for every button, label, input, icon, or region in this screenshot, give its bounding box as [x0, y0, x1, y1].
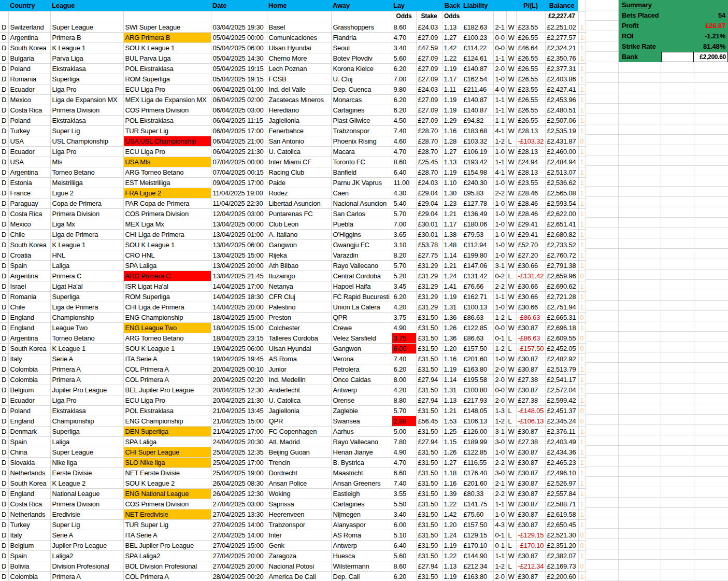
cell-row-marker[interactable]: D — [0, 416, 8, 426]
cell-settled-flag[interactable]: 1 — [578, 167, 586, 177]
cell-league-code[interactable]: COS Primera Division — [123, 105, 211, 115]
cell-back-odds[interactable]: 1.19 — [442, 167, 462, 177]
cell-settled-flag[interactable]: 1 — [578, 260, 586, 271]
cell-home-team[interactable]: Gangwon — [267, 239, 331, 250]
cell-liability[interactable]: £140.87 — [462, 63, 493, 74]
cell-settled-flag[interactable]: 1 — [578, 250, 586, 260]
cell-row-marker[interactable]: D — [0, 353, 8, 364]
cell-liability[interactable]: £122.85 — [462, 447, 493, 457]
cell-settled-flag[interactable]: 1 — [578, 188, 586, 198]
cell-date[interactable]: 13/04/2025 06:00 — [211, 239, 267, 250]
cell-stake[interactable]: £27.94 — [416, 436, 442, 447]
cell-country[interactable]: Argentina — [8, 271, 50, 281]
cell-away-team[interactable]: Aarhus — [331, 426, 392, 436]
cell-balance[interactable]: £2,169.73 — [545, 561, 578, 571]
cell-row-marker[interactable]: D — [0, 260, 8, 271]
cell-balance[interactable]: £2,535.19 — [545, 125, 578, 136]
cell-country[interactable]: Poland — [8, 63, 50, 74]
cell-stake[interactable]: £27.09 — [416, 94, 442, 105]
cell-profit-loss[interactable]: £30.87 — [516, 509, 545, 519]
cell-liability[interactable]: £75.60 — [462, 509, 493, 519]
cell-result[interactable]: W — [506, 229, 516, 239]
cell-league[interactable]: Jupiler Pro League — [50, 540, 123, 550]
cell-away-team[interactable]: Velez Sarsfield — [331, 333, 392, 343]
cell-result[interactable]: L — [506, 312, 516, 322]
cell-liability[interactable]: £182.63 — [462, 22, 493, 32]
cell-result[interactable]: L — [506, 561, 516, 571]
cell-away-team[interactable]: Wilstermann — [331, 561, 392, 571]
cell-league-code[interactable]: SOU K League 1 — [123, 239, 211, 250]
cell-result[interactable]: W — [506, 426, 516, 436]
cell-balance[interactable]: £2,696.18 — [545, 322, 578, 333]
cell-profit-loss[interactable]: £27.20 — [516, 250, 545, 260]
cell-league-code[interactable]: PAR Copa de Primera — [123, 198, 211, 208]
cell-home-team[interactable]: Paide — [267, 177, 331, 188]
cell-back-odds[interactable]: 1.11 — [442, 84, 462, 94]
cell-country[interactable]: South Korea — [8, 478, 50, 488]
cell-settled-flag[interactable]: 0 — [578, 271, 586, 281]
cell-stake[interactable]: £31.50 — [416, 457, 442, 467]
cell-liability[interactable]: £176.40 — [462, 467, 493, 478]
cell-score[interactable]: 1-2 — [493, 561, 506, 571]
cell-profit-loss[interactable]: £30.66 — [516, 291, 545, 302]
cell-settled-flag[interactable]: 1 — [578, 84, 586, 94]
cell-liability[interactable]: £140.87 — [462, 105, 493, 115]
cell-result[interactable]: L — [506, 333, 516, 343]
cell-league-code[interactable]: SPA Laliga2 — [123, 550, 211, 561]
cell-score[interactable]: 2-2 — [493, 188, 506, 198]
cell-home-team[interactable]: Anderlecht — [267, 385, 331, 395]
cell-lay-odds[interactable]: 3.40 — [392, 509, 416, 519]
cell-balance[interactable]: £2,451.37 — [545, 405, 578, 416]
cell-profit-loss[interactable]: £28.46 — [516, 188, 545, 198]
cell-row-marker[interactable]: D — [0, 488, 8, 499]
cell-profit-loss[interactable]: £23.55 — [516, 22, 545, 32]
cell-row-marker[interactable]: D — [0, 94, 8, 105]
cell-country[interactable]: Ecuador — [8, 146, 50, 157]
cell-balance[interactable]: £2,557.84 — [545, 488, 578, 499]
cell-away-team[interactable]: Union La Calera — [331, 302, 392, 312]
cell-row-marker[interactable]: D — [0, 125, 8, 136]
cell-lay-odds[interactable]: 4.30 — [392, 188, 416, 198]
cell-result[interactable]: W — [506, 374, 516, 385]
cell-away-team[interactable]: Botev Plovdiv — [331, 53, 392, 63]
subheader-back-odds[interactable]: Odds — [442, 11, 462, 22]
cell-liability[interactable]: £157.50 — [462, 519, 493, 530]
cell-lay-odds[interactable]: 6.20 — [392, 291, 416, 302]
cell-profit-loss[interactable]: -£106.13 — [516, 416, 545, 426]
cell-stake[interactable]: £30.01 — [416, 219, 442, 229]
cell-back-odds[interactable]: 1.16 — [442, 478, 462, 488]
cell-liability[interactable]: £189.99 — [462, 436, 493, 447]
cell-lay-odds[interactable]: 5.70 — [392, 405, 416, 416]
cell-result[interactable]: W — [506, 146, 516, 157]
cell-lay-odds[interactable]: 6.00 — [392, 519, 416, 530]
subheader-empty-3[interactable] — [50, 11, 123, 22]
cell-lay-odds[interactable]: 8.60 — [392, 157, 416, 167]
cell-lay-odds[interactable]: 6.20 — [392, 63, 416, 74]
cell-back-odds[interactable]: 1.36 — [442, 333, 462, 343]
cell-country[interactable]: Mexico — [8, 219, 50, 229]
cell-date[interactable]: 06/04/2025 21:30 — [211, 146, 267, 157]
cell-date[interactable]: 26/04/2025 12:30 — [211, 488, 267, 499]
header-lay[interactable]: Lay — [392, 0, 416, 11]
cell-league-code[interactable]: ARG Torneo Betano — [123, 333, 211, 343]
cell-home-team[interactable]: Rijeka — [267, 250, 331, 260]
cell-stake[interactable]: £31.50 — [416, 509, 442, 519]
cell-row-marker[interactable]: D — [0, 208, 8, 219]
cell-row-marker[interactable]: D — [0, 229, 8, 239]
cell-lay-odds[interactable]: 5.60 — [392, 53, 416, 63]
cell-settled-flag[interactable]: 1 — [578, 53, 586, 63]
cell-score[interactable]: 1-0 — [493, 509, 506, 519]
cell-row-marker[interactable]: D — [0, 395, 8, 405]
cell-lay-odds[interactable]: 9.80 — [392, 84, 416, 94]
cell-country[interactable]: Colombia — [8, 364, 50, 374]
cell-row-marker[interactable]: D — [0, 74, 8, 84]
cell-back-odds[interactable]: 1.26 — [442, 322, 462, 333]
cell-country[interactable]: China — [8, 447, 50, 457]
cell-country[interactable]: Croatia — [8, 250, 50, 260]
cell-balance[interactable]: £2,622.00 — [545, 208, 578, 219]
cell-liability[interactable]: £211.46 — [462, 84, 493, 94]
cell-profit-loss[interactable]: £52.70 — [516, 239, 545, 250]
cell-score[interactable]: 2-0 — [493, 374, 506, 385]
cell-home-team[interactable]: Puntarenas FC — [267, 208, 331, 219]
cell-liability[interactable]: £114.22 — [462, 42, 493, 53]
